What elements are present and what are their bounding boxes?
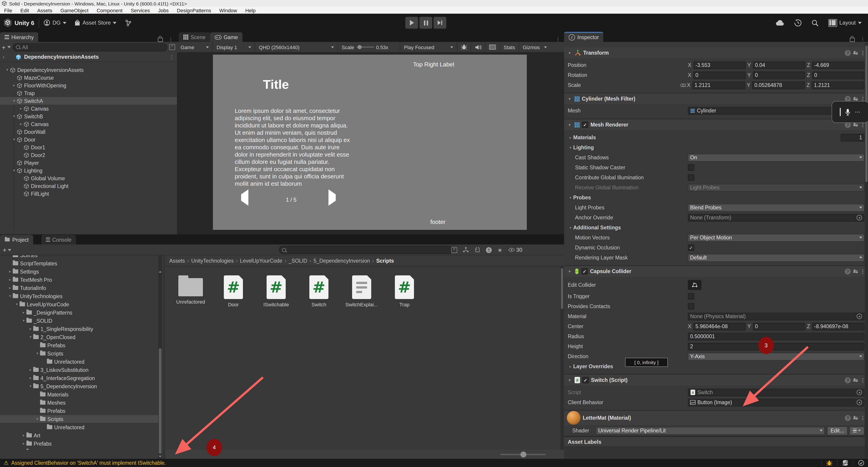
menu-jobs[interactable]: Jobs — [154, 7, 173, 13]
capsule-collider-header[interactable]: ▾ Capsule Collider ? ⋮ — [564, 266, 868, 277]
search-icon[interactable] — [812, 19, 818, 26]
position-y-field[interactable]: 0.04 — [753, 61, 805, 69]
vsync-button[interactable] — [486, 42, 500, 52]
hierarchy-search-input[interactable]: All — [13, 43, 167, 51]
object-picker-icon[interactable] — [857, 400, 862, 405]
step-button[interactable] — [434, 17, 446, 29]
foldout-open-icon[interactable]: ▾ — [14, 302, 20, 306]
material-header[interactable]: LetterMat (Material) ? ⋮ — [564, 411, 868, 425]
project-tree-row[interactable]: Prefabs — [0, 407, 160, 415]
presets-icon[interactable] — [853, 417, 858, 419]
project-tree-row[interactable]: Scenes — [0, 255, 160, 259]
project-tree-scrollbar[interactable] — [158, 255, 162, 459]
foldout-open-icon[interactable]: ▾ — [567, 378, 572, 382]
foldout-closed-icon[interactable]: ▸ — [18, 122, 24, 126]
shader-list-button[interactable] — [849, 426, 864, 435]
mesh-filter-header[interactable]: ▾ Cylinder (Mesh Filter) ? ⋮ — [564, 93, 868, 104]
scale-x-field[interactable]: 1.2121 — [692, 81, 745, 89]
tab-hierarchy[interactable]: Hierarchy — [0, 32, 38, 42]
breadcrumb-item[interactable]: 5_DependencyInversion — [313, 258, 370, 263]
tab-project[interactable]: Project — [0, 235, 33, 244]
help-icon[interactable]: ? — [845, 268, 851, 274]
client-behavior-field[interactable]: Button (Image) — [688, 399, 864, 406]
chevron-down-icon[interactable] — [7, 46, 11, 48]
menu-services[interactable]: Services — [127, 7, 154, 13]
hierarchy-row[interactable]: ▸Canvas — [0, 120, 177, 128]
breadcrumb-root-label[interactable]: DependencyInversionAssets — [24, 54, 99, 60]
asset-labels-bar[interactable]: Asset Labels — [564, 437, 868, 447]
project-tree-row[interactable]: Unrefactored — [0, 358, 160, 366]
display-dropdown[interactable]: Display 1 — [213, 42, 255, 52]
rotation-z-field[interactable]: 0 — [812, 71, 864, 79]
search-by-type-icon[interactable] — [463, 247, 469, 253]
component-enabled-checkbox[interactable] — [582, 121, 588, 128]
breadcrumb-item[interactable]: Scripts — [376, 258, 394, 263]
foldout-closed-icon[interactable]: ▸ — [7, 278, 13, 282]
foldout-open-icon[interactable]: ▾ — [11, 99, 17, 103]
cast-shadows-dropdown[interactable]: On — [688, 154, 864, 162]
stats-button[interactable]: Stats — [500, 42, 519, 52]
lock-icon[interactable] — [850, 38, 855, 42]
help-icon[interactable]: ? — [845, 50, 851, 56]
foldout-open-icon[interactable]: ▾ — [11, 114, 17, 118]
menu-gameobject[interactable]: GameObject — [56, 7, 93, 13]
foldout-open-icon[interactable]: ▾ — [35, 417, 40, 421]
menu-designpatterns[interactable]: DesignPatterns — [173, 7, 215, 13]
menu-assets[interactable]: Assets — [33, 7, 56, 13]
kebab-menu-icon[interactable]: ⋮ — [860, 50, 865, 55]
open-search-window-icon[interactable] — [169, 44, 175, 50]
asset-item-cs[interactable]: #ISwitchable — [256, 275, 296, 307]
foldout-open-icon[interactable]: ▾ — [11, 168, 17, 173]
hierarchy-row[interactable]: ▾Door — [0, 136, 177, 143]
kebab-menu-icon[interactable]: ⋮ — [169, 54, 174, 59]
foldout-open-icon[interactable]: ▾ — [7, 294, 13, 298]
additional-settings-foldout[interactable]: ▾ Additional Settings — [564, 223, 868, 233]
gizmos-dropdown[interactable]: Gizmos — [519, 42, 551, 52]
menu-window[interactable]: Window — [215, 7, 241, 13]
scale-z-field[interactable]: 1.2121 — [812, 81, 864, 89]
hierarchy-row[interactable]: MazeCourse — [0, 74, 177, 82]
voice-typing-overlay[interactable]: ⋯ — [832, 101, 868, 123]
project-tree-row[interactable]: ▸TextMesh Pro — [0, 276, 160, 284]
unity-version-chip[interactable]: Unity 6 — [4, 18, 34, 27]
tab-console[interactable]: Console — [41, 235, 76, 244]
help-icon[interactable]: ? — [845, 377, 851, 383]
physics-material-field[interactable]: None (Physics Material) — [688, 313, 864, 320]
project-tree-row[interactable]: ScriptTemplates — [0, 259, 160, 267]
kebab-menu-icon[interactable]: ⋮ — [860, 415, 865, 420]
component-enabled-checkbox[interactable] — [582, 377, 589, 383]
foldout-open-icon[interactable]: ▾ — [567, 123, 572, 127]
frame-debugger-button[interactable] — [457, 42, 471, 52]
project-tree-row[interactable]: ▸3_LiskovSubstitution — [0, 366, 160, 374]
foldout-open-icon[interactable]: ▾ — [567, 269, 572, 273]
kebab-menu-icon[interactable]: ⋮ — [860, 96, 865, 101]
presets-icon[interactable] — [853, 270, 858, 272]
menu-file[interactable]: File — [0, 7, 16, 13]
tab-inspector[interactable]: i Inspector — [564, 32, 603, 42]
height-field[interactable]: 2 — [688, 343, 864, 350]
hierarchy-row[interactable]: ▾Lighting — [0, 167, 177, 174]
breadcrumb-item[interactable]: _SOLID — [289, 258, 307, 263]
kebab-menu-icon[interactable]: ⋮ — [555, 37, 560, 42]
light-probes-dropdown[interactable]: Blend Probes — [688, 204, 864, 211]
asset-item-doc[interactable]: SwitchExplai... — [342, 275, 381, 307]
project-tree-row[interactable]: ▾Scripts — [0, 415, 160, 423]
foldout-closed-icon[interactable]: ▸ — [568, 136, 573, 140]
breadcrumb-item[interactable]: Assets — [169, 258, 185, 263]
project-tree-row[interactable]: ▸Resources — [0, 448, 160, 450]
cloud-icon[interactable] — [776, 20, 784, 26]
rotation-x-field[interactable]: 0 — [693, 71, 745, 79]
contribute-gi-checkbox[interactable] — [688, 174, 694, 181]
project-search-input[interactable] — [279, 246, 453, 254]
status-warning-text[interactable]: Assigned ClientBehavior on 'SwitchA' mus… — [11, 460, 166, 466]
script-object-field[interactable]: # Switch — [688, 388, 864, 396]
breadcrumb-item[interactable]: LevelUpYourCode — [240, 258, 282, 263]
asset-item-cs[interactable]: #Door — [214, 275, 253, 307]
importance-filter-icon[interactable]: ! — [486, 247, 492, 253]
shader-dropdown[interactable]: Universal Render Pipeline/Lit — [596, 427, 825, 434]
project-tree-row[interactable]: ▸Settings — [0, 268, 160, 275]
project-tree-row[interactable]: ▸1_SingleResponsibility — [0, 325, 160, 333]
kebab-menu-icon[interactable]: ⋮ — [860, 37, 865, 42]
project-tree-row[interactable]: Materials — [0, 390, 160, 398]
next-page-button[interactable] — [329, 194, 336, 201]
